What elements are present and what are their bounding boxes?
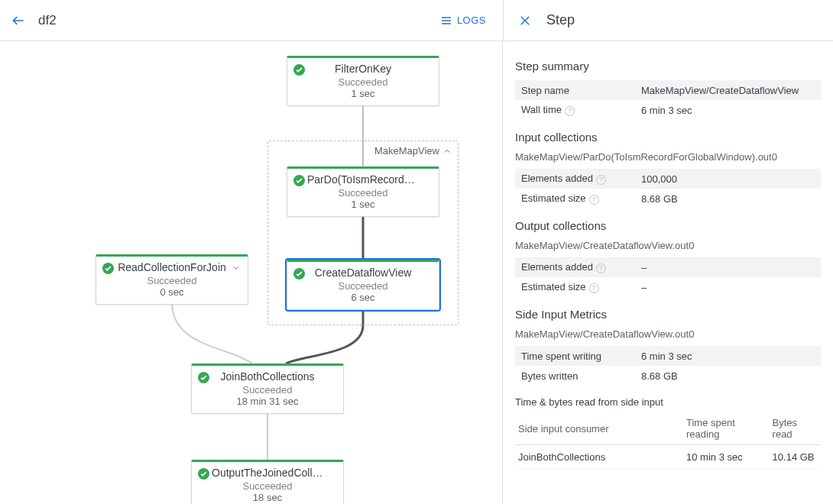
step-name-label: Step name (515, 80, 641, 100)
input-elements-label: Elements added? (515, 169, 641, 189)
node-time: 18 min 31 sec (198, 396, 337, 407)
node-create-dataflow-view[interactable]: CreateDataflowView Succeeded 6 sec (287, 260, 439, 310)
node-time: 1 sec (293, 199, 433, 210)
logs-icon (440, 15, 452, 27)
bytes-written-value: 8.68 GB (641, 366, 821, 386)
input-elements-value: 100,000 (641, 169, 821, 189)
side-input-write-table: Time spent writing6 min 3 sec Bytes writ… (515, 346, 821, 386)
node-time: 0 sec (102, 286, 241, 298)
step-side-panel: Step summary Step nameMakeMapView/Create… (503, 41, 833, 504)
node-pardo[interactable]: ParDo(ToIsmRecordFor… Succeeded 1 sec (287, 166, 439, 217)
wall-time-value: 6 min 3 sec (641, 100, 821, 120)
node-status: Succeeded (293, 280, 433, 292)
logs-button[interactable]: LOGS (433, 10, 494, 31)
help-icon[interactable]: ? (589, 195, 599, 205)
node-time: 1 sec (293, 88, 433, 99)
node-status: Succeeded (293, 76, 433, 88)
node-filter-on-key[interactable]: FilterOnKey Succeeded 1 sec (287, 56, 439, 106)
output-size-label: Estimated size? (515, 277, 641, 297)
col-consumer: Side input consumer (515, 412, 683, 445)
node-join-both-collections[interactable]: JoinBothCollections Succeeded 18 min 31 … (191, 363, 344, 414)
group-label: MakeMapView (374, 145, 439, 157)
pipeline-graph[interactable]: FilterOnKey Succeeded 1 sec MakeMapView … (0, 41, 503, 504)
group-collapse-button[interactable]: MakeMapView (374, 145, 452, 157)
panel-title: Step (546, 12, 575, 28)
output-size-value: – (641, 277, 821, 297)
col-bytes-read: Bytes read (770, 412, 821, 445)
success-icon (293, 268, 305, 279)
arrow-left-icon (11, 13, 26, 28)
help-icon[interactable]: ? (596, 263, 606, 273)
success-icon (102, 263, 114, 274)
expand-button[interactable] (229, 261, 243, 275)
step-summary-table: Step nameMakeMapView/CreateDataflowView … (515, 80, 821, 120)
side-input-read-heading: Time & bytes read from side input (515, 396, 821, 408)
node-status: Succeeded (293, 187, 433, 199)
node-status: Succeeded (198, 480, 337, 492)
input-size-label: Estimated size? (515, 189, 641, 208)
close-icon (518, 14, 532, 27)
input-collections-table: Elements added?100,000 Estimated size?8.… (515, 169, 821, 208)
node-title: JoinBothCollections (198, 370, 337, 384)
help-icon[interactable]: ? (565, 106, 575, 116)
row-bytes: 10.14 GB (770, 445, 821, 470)
output-collection-path: MakeMapView/CreateDataflowView.out0 (515, 240, 821, 251)
back-button[interactable] (9, 11, 28, 30)
time-writing-label: Time spent writing (515, 346, 641, 366)
side-input-read-row: JoinBothCollections 10 min 3 sec 10.14 G… (515, 445, 821, 470)
success-icon (293, 64, 305, 76)
section-side-input-metrics: Side Input Metrics (515, 308, 821, 321)
section-step-summary: Step summary (515, 60, 821, 73)
help-icon[interactable]: ? (596, 175, 606, 185)
chevron-down-icon (232, 263, 241, 273)
logs-label: LOGS (457, 15, 486, 26)
close-panel-button[interactable] (516, 11, 534, 30)
node-status: Succeeded (198, 384, 337, 396)
node-status: Succeeded (102, 275, 241, 286)
node-time: 6 sec (293, 292, 433, 303)
side-input-path: MakeMapView/CreateDataflowView.out0 (515, 328, 821, 340)
node-title: ReadCollectionForJoin (102, 261, 241, 275)
node-read-collection[interactable]: ReadCollectionForJoin Succeeded 0 sec (96, 254, 248, 305)
success-icon (198, 372, 209, 383)
node-output-joined[interactable]: OutputTheJoinedCollec… Succeeded 18 sec (191, 460, 344, 504)
input-size-value: 8.68 GB (641, 189, 821, 208)
job-title: df2 (38, 13, 433, 28)
chevron-up-icon (442, 147, 452, 156)
col-time-reading: Time spent reading (683, 412, 770, 445)
bytes-written-label: Bytes written (515, 366, 641, 386)
row-consumer: JoinBothCollections (515, 445, 683, 470)
output-collections-table: Elements added?– Estimated size?– (515, 257, 821, 297)
node-title: FilterOnKey (293, 63, 433, 76)
node-time: 18 sec (198, 492, 337, 503)
output-elements-label: Elements added? (515, 257, 641, 277)
output-elements-value: – (641, 257, 821, 277)
section-input-collections: Input collections (515, 131, 821, 144)
help-icon[interactable]: ? (589, 283, 599, 293)
input-collection-path: MakeMapView/ParDo(ToIsmRecordForGlobalWi… (515, 151, 821, 163)
row-time: 10 min 3 sec (683, 445, 770, 470)
node-title: CreateDataflowView (293, 267, 433, 280)
wall-time-label: Wall time? (515, 100, 641, 120)
side-input-read-table: Side input consumer Time spent reading B… (515, 412, 821, 470)
time-writing-value: 6 min 3 sec (641, 346, 821, 366)
node-title: OutputTheJoinedCollec… (198, 467, 337, 480)
success-icon (293, 175, 305, 186)
section-output-collections: Output collections (515, 219, 821, 232)
success-icon (198, 468, 209, 480)
step-name-value: MakeMapView/CreateDataflowView (641, 80, 821, 100)
node-title: ParDo(ToIsmRecordFor… (293, 173, 433, 187)
